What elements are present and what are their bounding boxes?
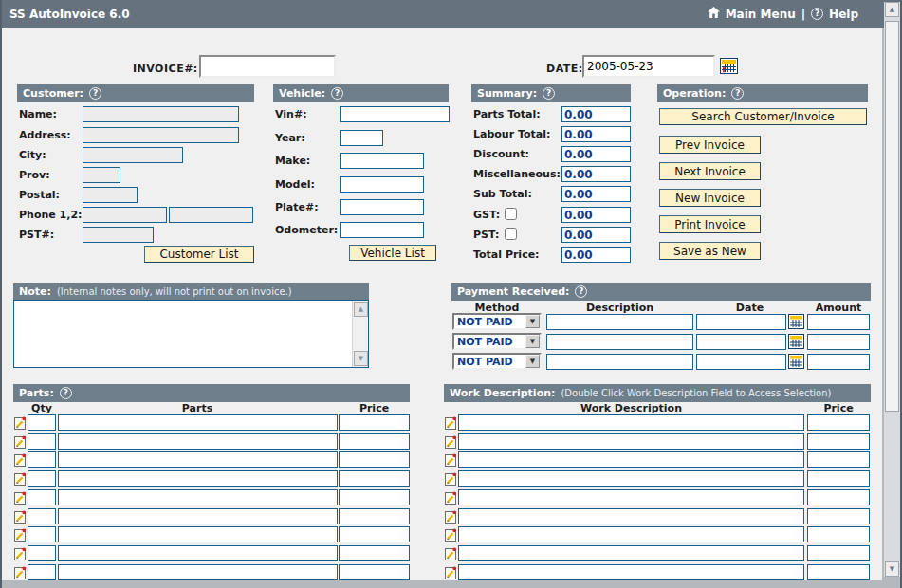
parts-price-input[interactable] (339, 545, 410, 561)
parts-price-input[interactable] (339, 564, 410, 580)
parts-qty-input[interactable] (28, 508, 56, 524)
payment-amount-input[interactable] (807, 334, 870, 350)
customer-address-input[interactable] (83, 127, 239, 143)
edit-row-icon[interactable] (445, 434, 457, 452)
parts-price-input[interactable] (339, 470, 410, 487)
dropdown-arrow-icon[interactable]: ▼ (525, 355, 540, 368)
work-price-input[interactable] (807, 414, 870, 431)
new-invoice-button[interactable]: New Invoice (659, 189, 761, 207)
vehicle-year-input[interactable] (340, 130, 383, 146)
summary-misc-value[interactable] (561, 166, 631, 182)
parts-qty-input[interactable] (28, 489, 56, 505)
edit-row-icon[interactable] (14, 527, 27, 545)
work-price-input[interactable] (807, 451, 870, 468)
payment-method-select[interactable]: NOT PAID ▼ (452, 353, 542, 370)
vehicle-model-input[interactable] (340, 176, 424, 193)
note-textarea[interactable] (14, 301, 352, 367)
payment-date-input[interactable] (696, 314, 786, 330)
help-link[interactable]: Help (829, 8, 858, 21)
parts-name-input[interactable] (58, 470, 338, 487)
customer-postal-input[interactable] (83, 187, 138, 203)
work-description-input[interactable] (458, 470, 804, 487)
edit-row-icon[interactable] (445, 546, 457, 564)
customer-name-input[interactable] (83, 106, 239, 122)
payment-description-input[interactable] (546, 314, 693, 330)
vehicle-plate-input[interactable] (340, 199, 424, 215)
payment-calendar-icon[interactable] (788, 334, 804, 353)
edit-row-icon[interactable] (445, 471, 457, 489)
payment-date-input[interactable] (696, 354, 786, 370)
summary-discount-value[interactable] (561, 146, 631, 162)
parts-price-input[interactable] (339, 451, 410, 468)
customer-help-icon[interactable]: ? (89, 87, 101, 100)
payment-date-input[interactable] (696, 334, 786, 350)
invoice-number-input[interactable] (199, 55, 336, 78)
edit-row-icon[interactable] (14, 415, 27, 433)
vehicle-help-icon[interactable]: ? (331, 87, 343, 100)
vehicle-vin-input[interactable] (340, 106, 450, 122)
parts-qty-input[interactable] (28, 470, 56, 487)
parts-name-input[interactable] (58, 564, 338, 580)
parts-qty-input[interactable] (28, 414, 56, 431)
payment-amount-input[interactable] (807, 354, 870, 370)
payment-amount-input[interactable] (807, 314, 870, 330)
customer-phone2-input[interactable] (169, 207, 253, 223)
work-price-input[interactable] (807, 489, 870, 505)
edit-row-icon[interactable] (14, 546, 27, 564)
customer-city-input[interactable] (83, 147, 183, 163)
parts-price-input[interactable] (339, 526, 410, 542)
note-scrollbar[interactable]: ▲ ▼ (352, 301, 368, 367)
prev-invoice-button[interactable]: Prev Invoice (659, 136, 761, 154)
help-icon[interactable]: ? (811, 8, 823, 20)
edit-row-icon[interactable] (14, 565, 27, 583)
parts-qty-input[interactable] (28, 451, 56, 468)
vehicle-odometer-input[interactable] (340, 222, 424, 238)
payment-description-input[interactable] (546, 354, 693, 370)
parts-name-input[interactable] (58, 526, 338, 542)
customer-phone1-input[interactable] (83, 207, 167, 223)
work-price-input[interactable] (807, 564, 870, 580)
customer-list-button[interactable]: Customer List (144, 246, 254, 263)
note-scroll-down-icon[interactable]: ▼ (354, 351, 368, 366)
work-price-input[interactable] (807, 433, 870, 450)
parts-name-input[interactable] (58, 545, 338, 561)
search-customer-invoice-button[interactable]: Search Customer/Invoice (659, 108, 867, 125)
scrollbar-thumb[interactable] (885, 21, 899, 412)
work-description-input[interactable] (458, 414, 804, 431)
main-menu-link[interactable]: Main Menu (726, 8, 796, 21)
calendar-icon[interactable] (720, 58, 738, 78)
next-invoice-button[interactable]: Next Invoice (659, 162, 761, 180)
parts-price-input[interactable] (339, 414, 410, 431)
parts-qty-input[interactable] (28, 526, 56, 542)
parts-name-input[interactable] (58, 508, 338, 524)
scroll-down-icon[interactable]: ▼ (885, 561, 899, 577)
edit-row-icon[interactable] (445, 527, 457, 545)
edit-row-icon[interactable] (14, 490, 27, 508)
parts-qty-input[interactable] (28, 545, 56, 561)
edit-row-icon[interactable] (445, 415, 457, 433)
parts-price-input[interactable] (339, 489, 410, 505)
work-description-input[interactable] (458, 526, 804, 542)
edit-row-icon[interactable] (14, 452, 27, 470)
work-price-input[interactable] (807, 508, 870, 524)
date-input[interactable] (582, 55, 715, 78)
edit-row-icon[interactable] (14, 434, 27, 452)
work-description-input[interactable] (458, 451, 804, 468)
edit-row-icon[interactable] (445, 490, 457, 508)
parts-help-icon[interactable]: ? (60, 387, 72, 399)
work-description-input[interactable] (458, 489, 804, 505)
customer-pst-input[interactable] (83, 227, 154, 243)
gst-checkbox[interactable] (505, 208, 517, 220)
summary-help-icon[interactable]: ? (543, 87, 555, 100)
parts-name-input[interactable] (58, 414, 338, 431)
parts-qty-input[interactable] (28, 433, 56, 450)
parts-name-input[interactable] (58, 451, 338, 468)
parts-qty-input[interactable] (28, 564, 56, 580)
payment-calendar-icon[interactable] (788, 314, 804, 333)
operation-help-icon[interactable]: ? (731, 87, 744, 100)
parts-name-input[interactable] (58, 433, 338, 450)
payment-method-select[interactable]: NOT PAID ▼ (452, 333, 542, 350)
save-as-new-button[interactable]: Save as New (659, 242, 761, 260)
work-price-input[interactable] (807, 545, 870, 561)
payment-method-select[interactable]: NOT PAID ▼ (452, 313, 542, 330)
